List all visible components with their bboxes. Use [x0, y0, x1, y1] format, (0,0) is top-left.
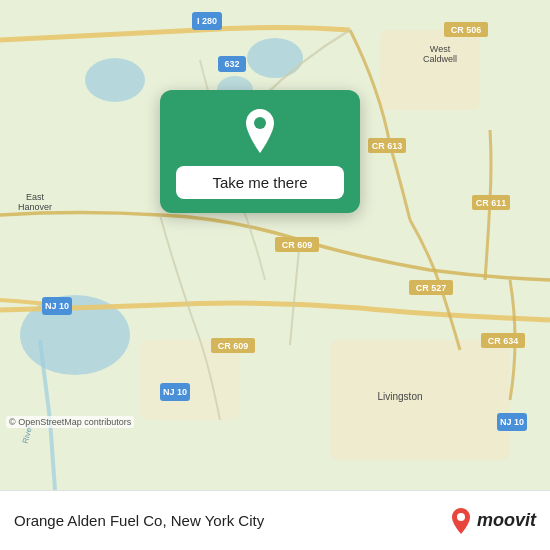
svg-rect-5 — [380, 30, 480, 110]
svg-text:NJ 10: NJ 10 — [163, 387, 187, 397]
take-me-there-button[interactable]: Take me there — [176, 166, 344, 199]
svg-point-38 — [254, 117, 266, 129]
moovit-logo-icon — [449, 507, 473, 535]
map-pin-icon — [240, 107, 280, 157]
svg-text:CR 527: CR 527 — [416, 283, 447, 293]
svg-text:632: 632 — [224, 59, 239, 69]
popup-card: Take me there — [160, 90, 360, 213]
svg-text:Livingston: Livingston — [377, 391, 422, 402]
svg-text:CR 609: CR 609 — [218, 341, 249, 351]
osm-credit: © OpenStreetMap contributors — [6, 416, 134, 428]
svg-text:CR 613: CR 613 — [372, 141, 403, 151]
svg-text:CR 609: CR 609 — [282, 240, 313, 250]
svg-text:NJ 10: NJ 10 — [45, 301, 69, 311]
moovit-logo: moovit — [449, 507, 536, 535]
info-bar: Orange Alden Fuel Co, New York City moov… — [0, 490, 550, 550]
svg-text:Hanover: Hanover — [18, 202, 52, 212]
svg-text:CR 611: CR 611 — [476, 198, 507, 208]
svg-text:Caldwell: Caldwell — [423, 54, 457, 64]
svg-point-39 — [457, 513, 465, 521]
svg-point-2 — [85, 58, 145, 102]
svg-text:CR 634: CR 634 — [488, 336, 519, 346]
map-container: I 280 632 CR 506 West Caldwell CR 613 CR… — [0, 0, 550, 490]
svg-point-4 — [247, 38, 303, 78]
pin-icon-wrap — [236, 108, 284, 156]
svg-text:CR 506: CR 506 — [451, 25, 482, 35]
svg-text:East: East — [26, 192, 45, 202]
location-name: Orange Alden Fuel Co, New York City — [14, 512, 264, 529]
svg-text:NJ 10: NJ 10 — [500, 417, 524, 427]
svg-text:West: West — [430, 44, 451, 54]
svg-text:I 280: I 280 — [197, 16, 217, 26]
moovit-text: moovit — [477, 510, 536, 531]
